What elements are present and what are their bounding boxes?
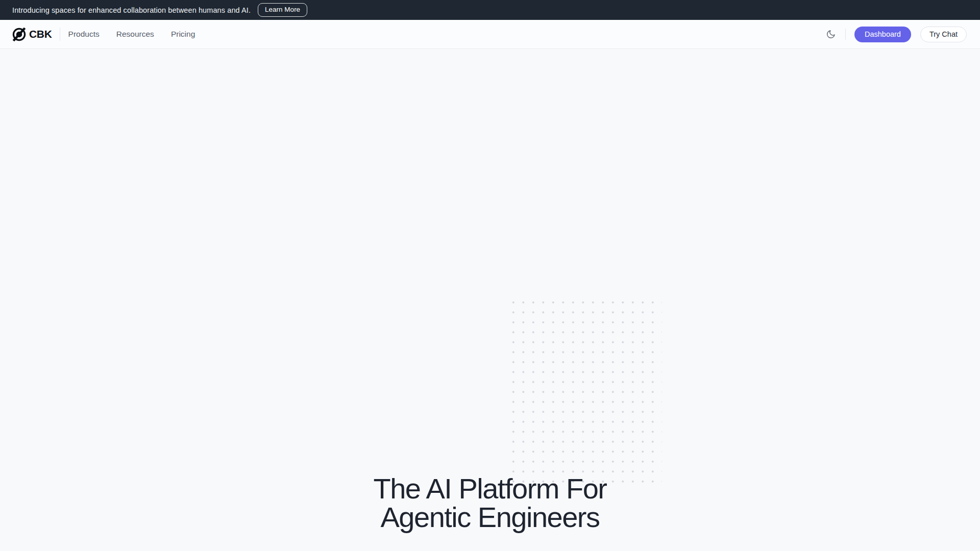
try-chat-button[interactable]: Try Chat: [920, 27, 967, 42]
learn-more-button[interactable]: Learn More: [258, 3, 307, 16]
hero-title: The AI Platform For Agentic Engineers: [0, 474, 980, 532]
nav-link-products[interactable]: Products: [68, 30, 100, 39]
hero-title-line1: The AI Platform For: [374, 472, 607, 505]
announcement-banner: Introducing spaces for enhanced collabor…: [0, 0, 980, 20]
nav-link-resources[interactable]: Resources: [116, 30, 154, 39]
dot-pattern-top-right: [506, 295, 662, 487]
nav-left: CBK Products Resources Pricing: [12, 28, 195, 41]
nav-link-pricing[interactable]: Pricing: [171, 30, 195, 39]
navbar: CBK Products Resources Pricing Dashboard…: [0, 20, 980, 49]
nav-links: Products Resources Pricing: [68, 30, 195, 39]
hero-section: The AI Platform For Agentic Engineers Pr…: [0, 49, 980, 551]
hero-title-line2: Agentic Engineers: [380, 501, 599, 533]
nav-right-divider: [845, 29, 846, 40]
theme-toggle-button[interactable]: [824, 27, 838, 41]
dashboard-button[interactable]: Dashboard: [854, 27, 911, 42]
nav-divider: [60, 28, 60, 41]
moon-icon: [826, 29, 836, 39]
announcement-text: Introducing spaces for enhanced collabor…: [12, 6, 251, 14]
brand-home-link[interactable]: CBK: [12, 28, 52, 41]
cbk-logo-icon: [12, 28, 26, 41]
nav-right: Dashboard Try Chat: [824, 27, 967, 42]
brand-name: CBK: [29, 28, 52, 40]
